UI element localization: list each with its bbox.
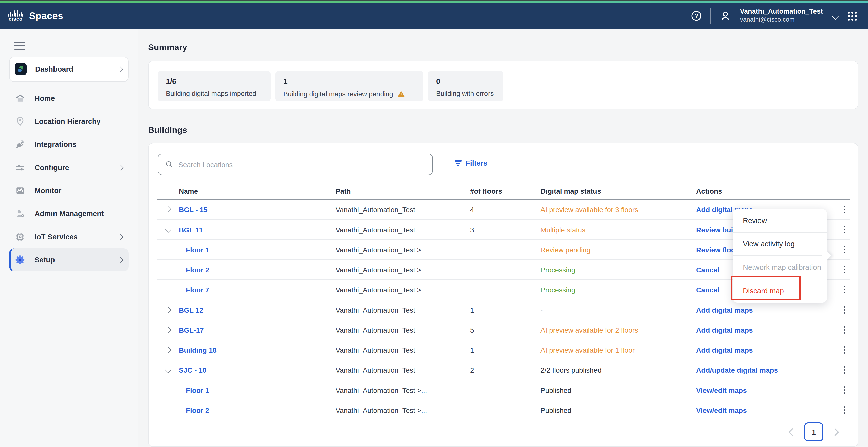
action-link[interactable]: Add digital maps bbox=[696, 306, 820, 314]
sidebar-item-integrations[interactable]: Integrations bbox=[9, 133, 129, 156]
action-link[interactable]: Add digital maps bbox=[696, 326, 820, 334]
sidebar-item-setup[interactable]: Setup bbox=[9, 248, 129, 271]
path-cell: Vanathi_Automation_Test >... bbox=[336, 386, 470, 394]
sidebar-item-iot-services[interactable]: IoT Services bbox=[9, 225, 129, 248]
pagination: 1 bbox=[789, 422, 838, 442]
chevron-right-icon[interactable] bbox=[157, 207, 179, 212]
status-cell: Published bbox=[540, 406, 696, 414]
status-cell: Published bbox=[540, 386, 696, 394]
building-link[interactable]: BGL-17 bbox=[179, 326, 336, 334]
chevron-down-icon[interactable] bbox=[157, 227, 179, 232]
kebab-menu-icon[interactable] bbox=[842, 264, 847, 275]
chevron-right-icon bbox=[118, 257, 124, 263]
path-cell: Vanathi_Automation_Test bbox=[336, 306, 470, 314]
summary-tile-imported: 1/6 Building digital maps imported bbox=[158, 71, 271, 101]
path-cell: Vanathi_Automation_Test >... bbox=[336, 246, 470, 253]
chevron-right-icon[interactable] bbox=[157, 308, 179, 312]
floors-cell: 1 bbox=[470, 306, 540, 314]
floors-cell: 5 bbox=[470, 326, 540, 334]
summary-label: Building digital maps imported bbox=[166, 90, 256, 97]
floor-link[interactable]: Floor 2 bbox=[179, 406, 336, 414]
status-cell: AI preview available for 1 floor bbox=[540, 346, 696, 354]
floors-cell: 4 bbox=[470, 205, 540, 213]
chevron-down-icon[interactable] bbox=[157, 368, 179, 372]
col-path: Path bbox=[336, 187, 470, 195]
sidebar-item-label: Admin Management bbox=[35, 210, 129, 218]
kebab-menu-icon[interactable] bbox=[842, 284, 847, 295]
floor-link[interactable]: Floor 1 bbox=[179, 246, 336, 253]
menu-item-view-activity-log[interactable]: View activity log bbox=[733, 233, 827, 256]
table-row: Floor 1 Vanathi_Automation_Test >... Pub… bbox=[157, 380, 850, 400]
app-title: Spaces bbox=[29, 10, 63, 21]
sidebar-item-configure[interactable]: Configure bbox=[9, 156, 129, 179]
status-cell: AI preview available for 3 floors bbox=[540, 205, 696, 213]
sidebar-item-location-hierarchy[interactable]: Location Hierarchy bbox=[9, 110, 129, 133]
sidebar-item-home[interactable]: Home bbox=[9, 87, 129, 110]
summary-tile-review-pending: 1 Building digital maps review pending bbox=[275, 71, 424, 101]
help-icon[interactable]: ? bbox=[691, 10, 702, 22]
map-pin-icon bbox=[14, 115, 26, 128]
kebab-menu-icon[interactable] bbox=[842, 405, 847, 416]
floor-link[interactable]: Floor 1 bbox=[179, 386, 336, 394]
user-email: vanathi@cisco.com bbox=[740, 16, 823, 24]
building-link[interactable]: BGL 11 bbox=[179, 226, 336, 234]
chevron-right-icon[interactable] bbox=[157, 328, 179, 332]
action-link[interactable]: Add/update digital maps bbox=[696, 366, 820, 374]
table-row: SJC - 10 Vanathi_Automation_Test 2 2/2 f… bbox=[157, 360, 850, 380]
cisco-logo-icon: cisco bbox=[8, 10, 23, 22]
top-navbar: cisco Spaces ? Vanathi_Automation_Test v… bbox=[0, 3, 868, 29]
chevron-right-icon[interactable] bbox=[157, 348, 179, 352]
filter-icon bbox=[454, 159, 462, 167]
table-header: Name Path #of floors Digital map status … bbox=[157, 184, 850, 200]
table-row: BGL-17 Vanathi_Automation_Test 5 AI prev… bbox=[157, 320, 850, 340]
filters-button[interactable]: Filters bbox=[454, 159, 488, 167]
sidebar-item-label: IoT Services bbox=[35, 233, 119, 241]
page-number-button[interactable]: 1 bbox=[804, 422, 823, 442]
summary-value: 1 bbox=[283, 77, 415, 85]
sidebar-item-admin-management[interactable]: Admin Management bbox=[9, 202, 129, 225]
monitor-chart-icon bbox=[14, 184, 26, 197]
chevron-right-icon bbox=[118, 165, 124, 171]
kebab-menu-icon[interactable] bbox=[842, 244, 847, 255]
chevron-down-icon[interactable] bbox=[832, 12, 839, 19]
floor-link[interactable]: Floor 2 bbox=[179, 266, 336, 274]
previous-page-icon[interactable] bbox=[788, 428, 796, 436]
action-link[interactable]: View/edit maps bbox=[696, 406, 820, 414]
search-input[interactable] bbox=[158, 153, 433, 175]
menu-item-discard-map[interactable]: Discard map bbox=[733, 279, 827, 303]
sidebar-item-label: Setup bbox=[35, 256, 119, 264]
warning-icon bbox=[397, 90, 406, 98]
kebab-menu-icon[interactable] bbox=[842, 345, 847, 355]
col-name: Name bbox=[179, 187, 336, 195]
sidebar-item-label: Dashboard bbox=[35, 65, 118, 73]
path-cell: Vanathi_Automation_Test >... bbox=[336, 286, 470, 294]
sidebar-item-label: Location Hierarchy bbox=[35, 117, 129, 126]
topbar-divider bbox=[710, 8, 711, 24]
building-link[interactable]: BGL - 15 bbox=[179, 205, 336, 213]
building-link[interactable]: BGL 12 bbox=[179, 306, 336, 314]
kebab-menu-icon[interactable] bbox=[842, 324, 847, 335]
menu-item-review[interactable]: Review bbox=[733, 209, 827, 233]
sidebar-item-dashboard[interactable]: Dashboard bbox=[9, 57, 129, 82]
action-link[interactable]: View/edit maps bbox=[696, 386, 820, 394]
user-account-menu[interactable]: Vanathi_Automation_Test vanathi@cisco.co… bbox=[740, 8, 823, 24]
building-link[interactable]: SJC - 10 bbox=[179, 366, 336, 374]
hamburger-menu-icon[interactable] bbox=[14, 40, 25, 52]
action-link[interactable]: Add digital maps bbox=[696, 346, 820, 354]
kebab-menu-icon[interactable] bbox=[842, 204, 847, 215]
kebab-menu-icon[interactable] bbox=[842, 224, 847, 235]
sidebar-item-label: Integrations bbox=[35, 140, 129, 148]
search-icon bbox=[165, 160, 173, 169]
sidebar-item-monitor[interactable]: Monitor bbox=[9, 179, 129, 202]
chevron-right-icon bbox=[117, 66, 123, 72]
menu-item-network-map-calibration: Network map calibration bbox=[733, 256, 827, 279]
summary-title: Summary bbox=[148, 43, 187, 53]
kebab-menu-icon[interactable] bbox=[842, 305, 847, 315]
kebab-menu-icon[interactable] bbox=[842, 385, 847, 396]
floor-link[interactable]: Floor 7 bbox=[179, 286, 336, 294]
building-link[interactable]: Building 18 bbox=[179, 346, 336, 354]
next-page-icon[interactable] bbox=[831, 428, 839, 436]
app-grid-icon[interactable] bbox=[848, 11, 857, 20]
kebab-menu-icon[interactable] bbox=[842, 365, 847, 376]
status-cell: AI preview available for 2 floors bbox=[540, 326, 696, 334]
